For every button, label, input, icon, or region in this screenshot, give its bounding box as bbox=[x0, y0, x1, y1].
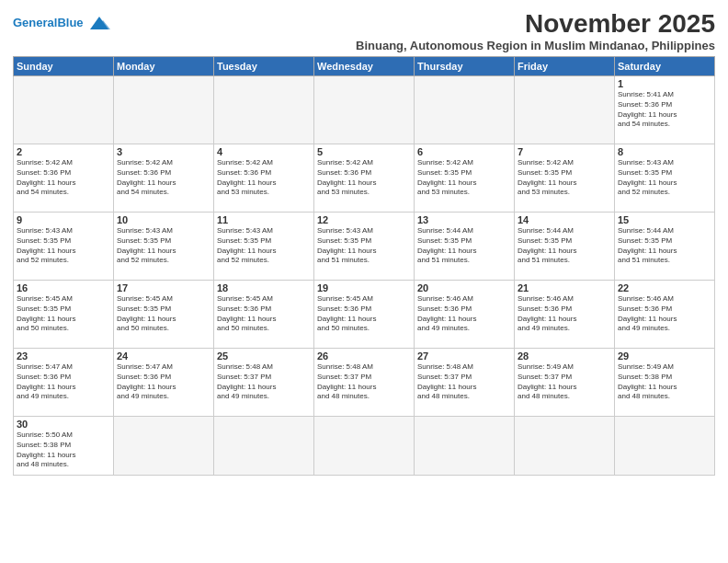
day-number: 16 bbox=[17, 282, 110, 293]
calendar-header-row: SundayMondayTuesdayWednesdayThursdayFrid… bbox=[14, 57, 715, 76]
day-number: 8 bbox=[618, 146, 711, 157]
logo-general: General bbox=[13, 16, 57, 29]
logo: GeneralBlue bbox=[13, 13, 112, 33]
calendar-cell: 30Sunrise: 5:50 AM Sunset: 5:38 PM Dayli… bbox=[14, 417, 114, 476]
weekday-header: Saturday bbox=[615, 57, 715, 76]
calendar-cell: 2Sunrise: 5:42 AM Sunset: 5:36 PM Daylig… bbox=[14, 144, 114, 213]
subtitle: Binuang, Autonomous Region in Muslim Min… bbox=[356, 39, 715, 52]
weekday-header: Tuesday bbox=[214, 57, 314, 76]
day-info: Sunrise: 5:43 AM Sunset: 5:35 PM Dayligh… bbox=[17, 226, 110, 266]
day-number: 28 bbox=[518, 350, 611, 362]
day-info: Sunrise: 5:44 AM Sunset: 5:35 PM Dayligh… bbox=[618, 226, 711, 266]
weekday-header: Sunday bbox=[14, 57, 114, 76]
day-info: Sunrise: 5:44 AM Sunset: 5:35 PM Dayligh… bbox=[417, 226, 511, 266]
day-info: Sunrise: 5:43 AM Sunset: 5:35 PM Dayligh… bbox=[618, 158, 711, 198]
day-info: Sunrise: 5:43 AM Sunset: 5:35 PM Dayligh… bbox=[217, 226, 311, 266]
day-number: 10 bbox=[117, 214, 210, 225]
day-info: Sunrise: 5:45 AM Sunset: 5:36 PM Dayligh… bbox=[317, 294, 411, 334]
calendar-cell: 23Sunrise: 5:47 AM Sunset: 5:36 PM Dayli… bbox=[14, 349, 114, 417]
calendar-cell bbox=[415, 76, 515, 144]
calendar-cell bbox=[14, 76, 114, 144]
day-number: 17 bbox=[117, 282, 210, 293]
day-info: Sunrise: 5:45 AM Sunset: 5:35 PM Dayligh… bbox=[117, 294, 210, 334]
calendar-week-row: 9Sunrise: 5:43 AM Sunset: 5:35 PM Daylig… bbox=[14, 213, 715, 281]
day-number: 30 bbox=[17, 419, 110, 430]
day-info: Sunrise: 5:42 AM Sunset: 5:36 PM Dayligh… bbox=[317, 158, 411, 198]
day-number: 22 bbox=[618, 282, 711, 293]
calendar-week-row: 2Sunrise: 5:42 AM Sunset: 5:36 PM Daylig… bbox=[14, 144, 715, 213]
day-number: 15 bbox=[618, 214, 711, 225]
day-info: Sunrise: 5:45 AM Sunset: 5:36 PM Dayligh… bbox=[217, 294, 311, 334]
day-info: Sunrise: 5:45 AM Sunset: 5:35 PM Dayligh… bbox=[17, 294, 110, 334]
calendar-cell: 6Sunrise: 5:42 AM Sunset: 5:35 PM Daylig… bbox=[415, 144, 515, 213]
calendar-cell: 12Sunrise: 5:43 AM Sunset: 5:35 PM Dayli… bbox=[314, 213, 415, 281]
day-info: Sunrise: 5:46 AM Sunset: 5:36 PM Dayligh… bbox=[417, 294, 511, 334]
calendar-week-row: 1Sunrise: 5:41 AM Sunset: 5:36 PM Daylig… bbox=[14, 76, 715, 144]
calendar-cell bbox=[114, 76, 214, 144]
day-info: Sunrise: 5:47 AM Sunset: 5:36 PM Dayligh… bbox=[117, 362, 210, 402]
calendar-cell: 20Sunrise: 5:46 AM Sunset: 5:36 PM Dayli… bbox=[415, 281, 515, 349]
calendar-cell: 13Sunrise: 5:44 AM Sunset: 5:35 PM Dayli… bbox=[415, 213, 515, 281]
day-number: 29 bbox=[618, 350, 711, 362]
day-info: Sunrise: 5:42 AM Sunset: 5:36 PM Dayligh… bbox=[217, 158, 311, 198]
day-info: Sunrise: 5:43 AM Sunset: 5:35 PM Dayligh… bbox=[117, 226, 210, 266]
day-info: Sunrise: 5:47 AM Sunset: 5:36 PM Dayligh… bbox=[17, 362, 110, 402]
day-number: 13 bbox=[417, 214, 511, 225]
day-number: 12 bbox=[317, 214, 411, 225]
day-info: Sunrise: 5:49 AM Sunset: 5:38 PM Dayligh… bbox=[618, 362, 711, 402]
day-info: Sunrise: 5:42 AM Sunset: 5:35 PM Dayligh… bbox=[518, 158, 611, 198]
calendar-cell: 25Sunrise: 5:48 AM Sunset: 5:37 PM Dayli… bbox=[214, 349, 314, 417]
day-info: Sunrise: 5:49 AM Sunset: 5:37 PM Dayligh… bbox=[518, 362, 611, 402]
logo-icon bbox=[86, 13, 112, 33]
calendar-cell bbox=[415, 417, 515, 476]
day-info: Sunrise: 5:48 AM Sunset: 5:37 PM Dayligh… bbox=[317, 362, 411, 402]
calendar-cell: 11Sunrise: 5:43 AM Sunset: 5:35 PM Dayli… bbox=[214, 213, 314, 281]
day-number: 23 bbox=[17, 350, 110, 362]
day-number: 11 bbox=[217, 214, 311, 225]
day-info: Sunrise: 5:46 AM Sunset: 5:36 PM Dayligh… bbox=[518, 294, 611, 334]
day-info: Sunrise: 5:46 AM Sunset: 5:36 PM Dayligh… bbox=[618, 294, 711, 334]
calendar-cell: 3Sunrise: 5:42 AM Sunset: 5:36 PM Daylig… bbox=[114, 144, 214, 213]
day-info: Sunrise: 5:41 AM Sunset: 5:36 PM Dayligh… bbox=[618, 90, 711, 130]
day-number: 14 bbox=[518, 214, 611, 225]
day-number: 2 bbox=[17, 146, 110, 157]
calendar-cell: 18Sunrise: 5:45 AM Sunset: 5:36 PM Dayli… bbox=[214, 281, 314, 349]
calendar-cell: 9Sunrise: 5:43 AM Sunset: 5:35 PM Daylig… bbox=[14, 213, 114, 281]
calendar-cell bbox=[515, 76, 615, 144]
day-number: 19 bbox=[317, 282, 411, 293]
calendar-week-row: 16Sunrise: 5:45 AM Sunset: 5:35 PM Dayli… bbox=[14, 281, 715, 349]
calendar-cell: 15Sunrise: 5:44 AM Sunset: 5:35 PM Dayli… bbox=[615, 213, 715, 281]
day-info: Sunrise: 5:48 AM Sunset: 5:37 PM Dayligh… bbox=[417, 362, 511, 402]
day-number: 25 bbox=[217, 350, 311, 362]
calendar-cell bbox=[314, 417, 415, 476]
weekday-header: Monday bbox=[114, 57, 214, 76]
day-info: Sunrise: 5:42 AM Sunset: 5:35 PM Dayligh… bbox=[417, 158, 511, 198]
day-number: 24 bbox=[117, 350, 210, 362]
calendar-cell: 29Sunrise: 5:49 AM Sunset: 5:38 PM Dayli… bbox=[615, 349, 715, 417]
calendar-cell: 22Sunrise: 5:46 AM Sunset: 5:36 PM Dayli… bbox=[615, 281, 715, 349]
logo-text: GeneralBlue bbox=[13, 17, 84, 29]
weekday-header: Friday bbox=[515, 57, 615, 76]
day-number: 1 bbox=[618, 78, 711, 89]
calendar-cell: 17Sunrise: 5:45 AM Sunset: 5:35 PM Dayli… bbox=[114, 281, 214, 349]
day-number: 7 bbox=[518, 146, 611, 157]
calendar-table: SundayMondayTuesdayWednesdayThursdayFrid… bbox=[13, 56, 715, 476]
day-number: 20 bbox=[417, 282, 511, 293]
calendar-cell: 28Sunrise: 5:49 AM Sunset: 5:37 PM Dayli… bbox=[515, 349, 615, 417]
day-number: 26 bbox=[317, 350, 411, 362]
calendar-cell: 10Sunrise: 5:43 AM Sunset: 5:35 PM Dayli… bbox=[114, 213, 214, 281]
calendar-cell: 26Sunrise: 5:48 AM Sunset: 5:37 PM Dayli… bbox=[314, 349, 415, 417]
day-number: 18 bbox=[217, 282, 311, 293]
calendar-cell: 14Sunrise: 5:44 AM Sunset: 5:35 PM Dayli… bbox=[515, 213, 615, 281]
weekday-header: Thursday bbox=[415, 57, 515, 76]
day-number: 27 bbox=[417, 350, 511, 362]
calendar-cell: 24Sunrise: 5:47 AM Sunset: 5:36 PM Dayli… bbox=[114, 349, 214, 417]
logo-blue: Blue bbox=[57, 16, 83, 29]
day-number: 5 bbox=[317, 146, 411, 157]
header: GeneralBlue November 2025 Binuang, Auton… bbox=[13, 9, 715, 52]
calendar-cell: 21Sunrise: 5:46 AM Sunset: 5:36 PM Dayli… bbox=[515, 281, 615, 349]
day-number: 9 bbox=[17, 214, 110, 225]
calendar-cell: 8Sunrise: 5:43 AM Sunset: 5:35 PM Daylig… bbox=[615, 144, 715, 213]
calendar-cell bbox=[214, 417, 314, 476]
calendar-cell: 4Sunrise: 5:42 AM Sunset: 5:36 PM Daylig… bbox=[214, 144, 314, 213]
